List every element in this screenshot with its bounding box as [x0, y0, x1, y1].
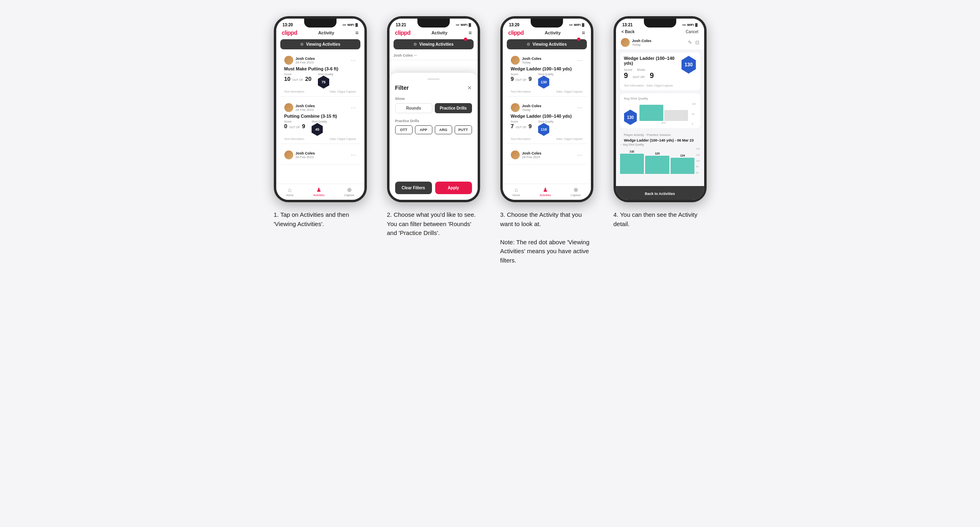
detail-title-block: Wedge Ladder (100–140 yds) Score Shots 9… [624, 56, 682, 83]
viewing-activities-bar-2[interactable]: ⚙ Viewing Activities [394, 39, 474, 49]
phone-1-screen: 13:20 ▪▪▪ WiFi ▓ clippd Activity ≡ ⚙ Vie… [276, 19, 364, 200]
viewing-activities-text-3: Viewing Activities [533, 42, 567, 47]
quality-badge-3-1: 130 [538, 76, 549, 89]
chart-row: 130 100 50 0 APP [624, 103, 696, 125]
card-stats-1-2: Score 0 OUT OF 9 Shot Quality 45 [284, 120, 356, 136]
nav-capture-1[interactable]: ⊕ Capture [344, 186, 354, 197]
red-dot-3 [577, 38, 580, 41]
edit-icon[interactable]: ✎ [688, 40, 692, 45]
bar-rect-3 [671, 158, 695, 174]
drill-putt[interactable]: PUTT [455, 125, 472, 134]
viewing-activities-text-1: Viewing Activities [306, 42, 340, 47]
card-dots-3-1[interactable]: ··· [577, 57, 582, 63]
avatar-1-2 [284, 103, 293, 112]
bar-1 [639, 105, 663, 121]
apply-button[interactable]: Apply [435, 182, 472, 194]
phone-notch-3 [531, 19, 563, 28]
viewing-activities-text-2: Viewing Activities [419, 42, 453, 47]
drill-ott[interactable]: OTT [395, 125, 413, 134]
drill-arg[interactable]: ARG [435, 125, 452, 134]
wifi-icon-3: WiFi [574, 23, 581, 27]
activity-card-1-3[interactable]: Josh Coles 28 Feb 2023 ··· [280, 147, 360, 165]
user-details-3-1: Josh Coles Today [522, 57, 542, 64]
bar-y-60: 60 [696, 171, 700, 174]
test-info-3-2: Test Information [511, 138, 531, 140]
card-dots-3-2[interactable]: ··· [577, 105, 582, 110]
wifi-icon-1: WiFi [347, 23, 354, 27]
activity-card-3-2[interactable]: Josh Coles Today ··· Wedge Ladder (100–1… [507, 100, 587, 144]
chart-label: Avg Shot Quality [624, 97, 696, 100]
detail-card-title: Wedge Ladder (100–140 yds) [624, 56, 682, 66]
viewing-activities-bar-1[interactable]: ⚙ Viewing Activities [280, 39, 360, 49]
avatar-1-3 [284, 150, 293, 159]
session-sublabel: ··· Avg Shot Quality [620, 143, 700, 146]
practice-drills-toggle[interactable]: Practice Drills [435, 103, 472, 113]
nav-capture-3[interactable]: ⊕ Capture [571, 186, 581, 197]
cancel-button[interactable]: Cancel [686, 30, 698, 34]
phone-2: 13:21 ▪▪▪ WiFi ▓ clippd Activity ≡ ⚙ Vie… [387, 16, 480, 202]
back-to-activities[interactable]: Back to Activities [645, 192, 675, 196]
activity-card-1-2[interactable]: Josh Coles 28 Feb 2023 ··· Putting Combi… [280, 100, 360, 144]
drill-app[interactable]: APP [415, 125, 432, 134]
phone-notch [304, 19, 337, 28]
caption-4: 4. You can then see the Activity detail. [614, 210, 707, 229]
nav-activities-3[interactable]: ♟ Activities [540, 186, 551, 197]
card-dots-3-3[interactable]: ··· [577, 152, 582, 158]
activity-card-3-3[interactable]: Josh Coles 28 Feb 2023 ··· [507, 147, 587, 165]
card-stats-3-2: Score 7 OUT OF 9 Shot Quality 118 [511, 120, 583, 136]
status-icons-2: ▪▪▪ WiFi ▓ [456, 23, 471, 27]
test-info-3-1: Test Information [511, 90, 531, 93]
rounds-toggle[interactable]: Rounds [395, 103, 432, 113]
nav-home-1[interactable]: ⌂ Home [286, 186, 294, 197]
user-details-1-3: Josh Coles 28 Feb 2023 [296, 151, 315, 159]
card-footer-3-2: Test Information Data: Clippd Capture [511, 138, 583, 140]
signal-icon-4: ▪▪▪ [682, 23, 686, 27]
bar-label-1: 132 [629, 150, 634, 153]
card-header-3-3: Josh Coles 28 Feb 2023 ··· [511, 150, 583, 159]
user-info-3-1: Josh Coles Today [511, 56, 542, 65]
filter-toggles: Rounds Practice Drills [395, 103, 472, 113]
detail-user-info: Josh Coles Today [621, 38, 652, 47]
card-dots-1-1[interactable]: ··· [351, 57, 356, 63]
score-value-3-2: 7 [511, 123, 514, 129]
shots-value-1-1: 20 [305, 76, 311, 82]
bottom-bar-nav[interactable]: Back to Activities [616, 186, 704, 200]
filter-modal: Filter ✕ Show Rounds Practice Drills Pra… [389, 73, 478, 200]
quality-label-3-1: Shot Quality [538, 73, 553, 76]
viewing-activities-bar-3[interactable]: ⚙ Viewing Activities [507, 39, 587, 49]
score-value-3-1: 9 [511, 76, 514, 82]
user-name-3-2: Josh Coles [522, 104, 542, 108]
filter-title: Filter [395, 85, 409, 91]
battery-icon-1: ▓ [356, 23, 358, 27]
clear-filters-button[interactable]: Clear Filters [395, 182, 432, 194]
menu-icon-1[interactable]: ≡ [355, 30, 358, 36]
session-activity-title: Wedge Ladder (100–140 yds) - 06 Mar 23 [624, 138, 696, 142]
data-capture-3-1: Data: Clippd Capture [556, 90, 582, 93]
shots-value-3-2: 9 [529, 123, 532, 129]
battery-icon-4: ▓ [695, 23, 698, 27]
test-info-1-2: Test Information [284, 138, 305, 140]
detail-test-info: Test Information [624, 84, 644, 87]
filter-close-button[interactable]: ✕ [467, 85, 472, 91]
activity-card-1-1[interactable]: Josh Coles 28 Feb 2023 ··· Must Make Put… [280, 53, 360, 97]
user-name-1-1: Josh Coles [296, 57, 315, 61]
card-dots-1-2[interactable]: ··· [351, 105, 356, 110]
drill-buttons: OTT APP ARG PUTT [395, 125, 472, 134]
nav-home-3[interactable]: ⌂ Home [512, 186, 520, 197]
activity-card-3-1[interactable]: Josh Coles Today ··· Wedge Ladder (100–1… [507, 53, 587, 97]
wifi-icon-4: WiFi [687, 23, 694, 27]
bar-group [639, 103, 696, 121]
home-icon-3: ⌂ [514, 186, 518, 193]
menu-icon-3[interactable]: ≡ [582, 30, 585, 36]
filter-icon-1: ⚙ [300, 42, 304, 47]
expand-icon[interactable]: ⊡ [695, 40, 699, 45]
card-dots-1-3[interactable]: ··· [351, 152, 356, 158]
card-header-3-2: Josh Coles Today ··· [511, 103, 583, 112]
nav-bar-3: clippd Activity ≡ [503, 28, 591, 38]
card-header-1-3: Josh Coles 28 Feb 2023 ··· [284, 150, 356, 159]
menu-icon-2[interactable]: ≡ [468, 30, 472, 36]
score-label-3-2: Score [511, 120, 532, 123]
back-button[interactable]: < Back [622, 30, 635, 34]
filter-icon-2: ⚙ [413, 42, 417, 47]
nav-activities-1[interactable]: ♟ Activities [313, 186, 325, 197]
